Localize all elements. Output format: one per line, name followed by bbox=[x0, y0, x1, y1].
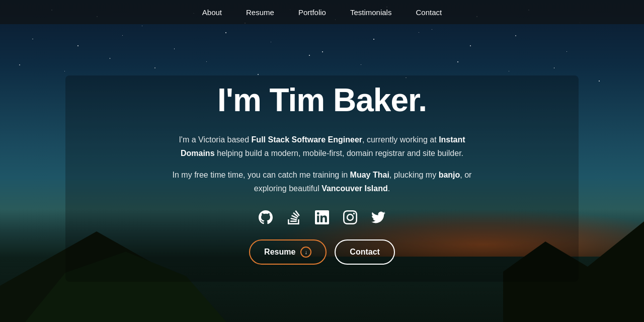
nav-testimonials[interactable]: Testimonials bbox=[350, 8, 392, 17]
github-icon[interactable] bbox=[258, 209, 274, 225]
hero-title: I'm Tim Baker. bbox=[217, 82, 427, 119]
nav-resume[interactable]: Resume bbox=[246, 8, 274, 17]
nav-contact[interactable]: Contact bbox=[416, 8, 442, 17]
free-time-paragraph: In my free time time, you can catch me t… bbox=[161, 168, 483, 195]
bio-paragraph: I'm a Victoria based Full Stack Software… bbox=[161, 133, 483, 160]
twitter-icon[interactable] bbox=[370, 209, 386, 225]
resume-button[interactable]: Resume ↓ bbox=[249, 239, 327, 265]
main-content: I'm Tim Baker. I'm a Victoria based Full… bbox=[0, 24, 644, 322]
stackoverflow-icon[interactable] bbox=[286, 209, 302, 225]
action-buttons: Resume ↓ Contact bbox=[249, 239, 395, 265]
download-icon: ↓ bbox=[300, 247, 311, 258]
navbar: About Resume Portfolio Testimonials Cont… bbox=[0, 0, 644, 24]
instagram-icon[interactable] bbox=[342, 209, 358, 225]
social-icons bbox=[258, 209, 386, 225]
resume-label: Resume bbox=[264, 248, 295, 257]
contact-button[interactable]: Contact bbox=[335, 239, 395, 265]
nav-about[interactable]: About bbox=[202, 8, 222, 17]
linkedin-icon[interactable] bbox=[314, 209, 330, 225]
nav-portfolio[interactable]: Portfolio bbox=[298, 8, 326, 17]
